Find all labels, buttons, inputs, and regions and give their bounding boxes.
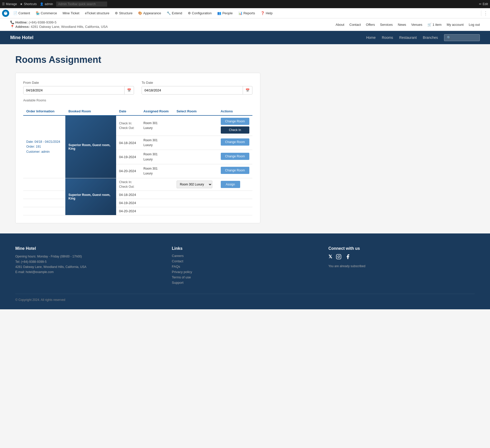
main-content: Rooms Assignment From Date 📅 To Date 📅 A…	[0, 44, 490, 233]
nav-home[interactable]: Home	[366, 36, 376, 40]
select-room-cell-8	[174, 207, 218, 215]
footer-link-faqs[interactable]: FAQs	[172, 265, 318, 268]
top-nav-logout[interactable]: Log out	[469, 23, 480, 27]
nav-rooms[interactable]: Rooms	[382, 36, 393, 40]
contact-info: 📞 Hotline: (+84)-9388-9399-5 📍 Address: …	[10, 20, 108, 29]
footer-link-support[interactable]: Support	[172, 281, 318, 285]
footer-links: Careers Contact FAQs Privacy policy Term…	[172, 254, 318, 285]
table-row: 04-18-2024	[23, 191, 252, 199]
cart-item[interactable]: 🛒 1 item	[427, 23, 442, 27]
available-rooms-text: Available Rooms	[23, 99, 252, 102]
assigned-room-cell-6	[140, 191, 174, 199]
toolbar-manage[interactable]: ☰ Manage	[2, 2, 17, 6]
menu-item-appearance[interactable]: 🎨 Appearance	[136, 10, 164, 17]
booked-room-cell-1: Superior Room, Guest room,King	[65, 115, 116, 178]
menu-item-configuration[interactable]: ⚙ Configuration	[185, 10, 214, 17]
menu-item-extend[interactable]: 🔧 Extend	[164, 10, 185, 17]
menu-item-help[interactable]: ❓ Help	[258, 10, 275, 17]
actions-cell-7	[218, 199, 252, 207]
toolbar-right: ✏ Edit	[479, 2, 488, 6]
toolbar-user[interactable]: 👤 admin	[40, 2, 53, 6]
menu-item-structure[interactable]: ⚙ Structure	[112, 10, 135, 17]
form-card: From Date 📅 To Date 📅 Available Rooms Or…	[15, 73, 260, 223]
menu-item-people[interactable]: 👥 People	[215, 10, 235, 17]
footer-link-terms[interactable]: Terms of use	[172, 275, 318, 279]
menu-item-reports[interactable]: 📊 Reports	[236, 10, 258, 17]
extend-icon: 🔧	[167, 11, 171, 15]
from-date-calendar-icon[interactable]: 📅	[124, 86, 134, 94]
footer-hotel-info: Mine Hotel Opening hours: Monday - Frida…	[15, 246, 162, 286]
top-nav-services[interactable]: Services	[380, 23, 393, 27]
hotline-number: (+84)-9388-9399-5	[29, 20, 56, 24]
site-logo[interactable]: Mine Hotel	[10, 35, 33, 40]
pencil-icon: ✏	[479, 2, 482, 6]
star-icon: ★	[20, 2, 23, 6]
footer-links-section: Links Careers Contact FAQs Privacy polic…	[172, 246, 318, 286]
people-icon: 👥	[217, 11, 221, 15]
check-out-label-2: Check Out:	[119, 185, 137, 188]
menu-item-eticket-structure[interactable]: eTicket structure	[82, 10, 112, 17]
date-cell-7: 04-19-2024	[116, 199, 140, 207]
booked-room-cell-2: Superior Room, Guest room,King	[65, 178, 116, 215]
drupal-menu: 📄 Content 🏪 Commerce Mine Ticket eTicket…	[0, 8, 490, 18]
top-nav-contact[interactable]: Contact	[349, 23, 361, 27]
structure-icon: ⚙	[115, 11, 118, 15]
select-room-cell-6	[174, 191, 218, 199]
admin-toolbar: ☰ Manage ★ Shortcuts 👤 admin ✏ Edit	[0, 0, 490, 8]
nav-restaurant[interactable]: Restaurant	[399, 36, 416, 40]
menu-item-commerce[interactable]: 🏪 Commerce	[33, 10, 60, 17]
hotline-label: Hotline:	[15, 20, 28, 24]
top-nav-venues[interactable]: Venues	[411, 23, 422, 27]
from-date-input[interactable]	[23, 86, 124, 94]
change-room-button-2[interactable]: Change Room	[221, 138, 249, 146]
actions-cell-8	[218, 207, 252, 215]
assigned-room-cell-2: Room 301Luxury	[140, 136, 174, 150]
assigned-room-cell-7	[140, 199, 174, 207]
admin-search-input[interactable]	[56, 2, 107, 7]
help-icon: ❓	[261, 11, 265, 15]
instagram-icon[interactable]	[336, 254, 341, 261]
top-nav-about[interactable]: About	[336, 23, 344, 27]
manage-label: Manage	[6, 2, 17, 6]
footer-link-privacy[interactable]: Privacy policy	[172, 270, 318, 274]
assigned-room-cell-5	[140, 178, 174, 191]
col-assigned-room: Assigned Room	[140, 107, 174, 115]
menu-item-mine-ticket[interactable]: Mine Ticket	[60, 10, 82, 17]
cart-label: 1 item	[433, 23, 442, 27]
social-icons: 𝕏	[328, 254, 475, 261]
change-room-button-1[interactable]: Change Room	[221, 118, 249, 125]
twitter-x-icon[interactable]: 𝕏	[328, 254, 332, 261]
top-nav-offers[interactable]: Offers	[366, 23, 375, 27]
store-icon: 🏪	[36, 11, 40, 15]
check-in-button-1[interactable]: Check In	[221, 126, 249, 134]
top-nav-news[interactable]: News	[398, 23, 406, 27]
edit-label: Edit	[483, 2, 488, 6]
footer-link-careers[interactable]: Careers	[172, 254, 318, 258]
room-select-1[interactable]: Room 302 Luxury Room 303 Luxury Room 304…	[177, 181, 212, 188]
nav-branches[interactable]: Branches	[423, 36, 438, 40]
site-nav: Mine Hotel Home Rooms Restaurant Branche…	[0, 31, 490, 44]
top-nav-my-account[interactable]: My account	[447, 23, 463, 27]
toolbar-edit-button[interactable]: ✏ Edit	[479, 2, 488, 6]
footer-hotel-name: Mine Hotel	[15, 246, 162, 251]
site-footer: Mine Hotel Opening hours: Monday - Frida…	[0, 233, 490, 309]
menu-item-content[interactable]: 📄 Content	[11, 10, 33, 17]
footer-link-contact[interactable]: Contact	[172, 259, 318, 263]
select-room-cell-3	[174, 150, 218, 164]
assigned-room-text: Room 301Luxury	[143, 121, 170, 131]
change-room-button-3[interactable]: Change Room	[221, 153, 249, 160]
date-cell-3: 04-19-2024	[116, 150, 140, 164]
toolbar-shortcuts[interactable]: ★ Shortcuts	[20, 2, 37, 6]
select-room-cell-2	[174, 136, 218, 150]
select-room-cell-1	[174, 115, 218, 136]
change-room-button-4[interactable]: Change Room	[221, 167, 249, 174]
drupal-logo[interactable]	[2, 10, 9, 17]
order-info-cell: Date: 04/18 - 04/21/2024 Order: 191 Cust…	[23, 115, 65, 178]
to-date-calendar-icon[interactable]: 📅	[243, 86, 252, 94]
assign-button-1[interactable]: Assign	[221, 181, 240, 188]
col-booked-room: Booked Room	[65, 107, 116, 115]
to-date-input[interactable]	[142, 86, 243, 94]
site-search-input[interactable]	[444, 34, 480, 41]
facebook-icon[interactable]	[345, 254, 351, 261]
table-row: Superior Room, Guest room,King Check In:…	[23, 178, 252, 191]
